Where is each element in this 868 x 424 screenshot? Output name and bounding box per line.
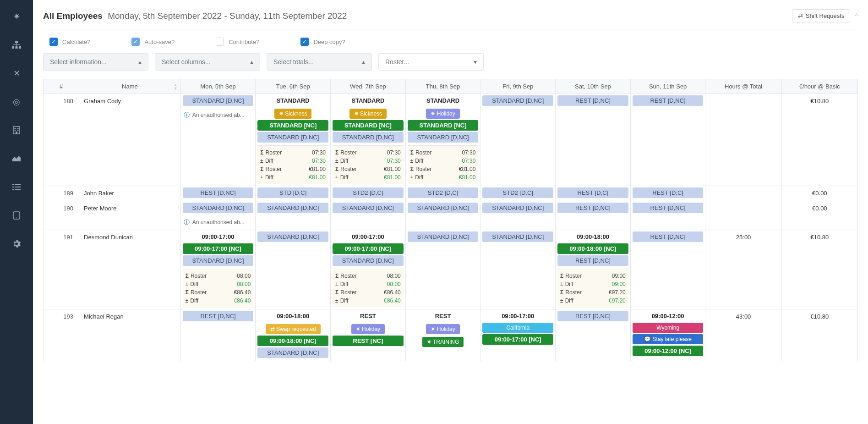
cell-tue[interactable]: STANDARD [D,NC] [256,201,331,230]
shift-pill: STANDARD [D,NC] [183,203,254,213]
cell-sat[interactable]: 09:00-18:00 09:00-18:00 [NC] REST [D,NC]… [556,230,631,309]
cell-sat[interactable]: REST [D,NC] [556,309,631,361]
shift-pill: REST [D,NC] [557,203,628,213]
cell-thu[interactable]: STANDARD [D,NC] [405,201,480,230]
col-fri[interactable]: Fri, 9th Sep [480,79,556,94]
col-wed[interactable]: Wed, 7th Sep [331,79,406,94]
cell-sun[interactable]: REST [D,NC] [630,230,705,309]
shift-pill: STANDARD [D,NC] [257,203,328,213]
org-tree-icon[interactable] [7,38,26,52]
totals: Σ Roster07:30 ± Diff07:30 Σ Roster€81.00… [408,145,479,184]
calculate-checkbox[interactable]: ✓ Calculate? [49,38,90,46]
svg-rect-0 [15,41,18,43]
target-icon[interactable]: ◎ [7,94,26,109]
cell-thu[interactable]: STANDARD [D,NC] [405,230,480,309]
cell-sun[interactable]: REST [D,NC] [630,201,705,230]
shift-pill: STD2 [D,C] [408,187,479,198]
cell-sat[interactable]: REST [D,C] [556,186,631,201]
col-tue[interactable]: Tue, 6th Sep [256,79,331,94]
shift-pill: STANDARD [D,NC] [482,231,553,242]
cell-fri[interactable]: 09:00-17:00 California 09:00-17:00 [NC] [480,309,556,361]
cell-fri[interactable]: STANDARD [D,NC] [480,94,556,186]
cell-sun[interactable]: REST [D,C] [630,186,705,201]
select-information[interactable]: Select information... ▴ [43,53,148,71]
row-name[interactable]: John Baker [79,186,181,201]
collapse-caret-icon[interactable]: ^ [855,12,858,20]
left-sidebar: ✷ ✕ ◎ [0,0,33,424]
cell-mon[interactable]: 09:00-17:00 09:00-17:00 [NC] STANDARD [D… [180,230,256,309]
col-rate[interactable]: €/hour @ Basic [781,79,857,94]
cell-tue[interactable]: 09:00-18:00 ⇄ Swap requested 09:00-18:00… [256,309,331,361]
select-columns[interactable]: Select columns... ▴ [155,53,260,71]
cell-fri[interactable]: STD2 [D,C] [480,186,556,201]
shift-pill: REST [D,NC] [557,95,628,106]
col-sun[interactable]: Sun, 11th Sep [630,79,705,94]
cell-thu[interactable]: STD2 [D,C] [405,186,480,201]
totals: Σ Roster08:00 ± Diff08:00 Σ Roster€86.40… [183,269,254,308]
cell-sun[interactable]: 09:00-12:00 Wyoming 💬 Stay late please 0… [630,309,705,361]
shift-pill: STANDARD [D,NC] [408,203,479,213]
svg-rect-6 [13,44,13,46]
row-num: 191 [44,230,79,309]
shift-sub: REST [D,NC] [557,255,628,266]
row-name[interactable]: Graham Cody [79,94,181,186]
cell-thu[interactable]: STANDARD ✷ Holiday STANDARD [NC] STANDAR… [405,94,480,186]
list-icon[interactable] [7,180,26,194]
row-name[interactable]: Desmond Dunican [79,230,181,309]
cell-fri[interactable]: STANDARD [D,NC] [480,201,556,230]
cell-mon[interactable]: REST [D,NC] [180,186,256,201]
cell-fri[interactable]: STANDARD [D,NC] [480,230,556,309]
cell-mon[interactable]: STANDARD [D,NC] ⓘ An unauthorised ab... [180,201,256,230]
deepcopy-checkbox[interactable]: ✓ Deep copy? [300,38,345,46]
shift-head: STANDARD [333,95,404,106]
cell-mon[interactable]: STANDARD [D,NC] ⓘ An unauthorised ab... [180,94,256,186]
col-mon[interactable]: Mon, 5th Sep [180,79,256,94]
col-name[interactable]: Name ▲▼ [79,79,181,94]
cell-sat[interactable]: REST [D,NC] [556,201,631,230]
info-icon: ⓘ [184,111,190,119]
settings-icon[interactable] [7,237,26,251]
cell-sat[interactable]: REST [D,NC] [556,94,631,186]
shift-green: STANDARD [NC] [257,120,328,131]
col-thu[interactable]: Thu, 8th Sep [405,79,480,94]
roster-table: # Name ▲▼ Mon, 5th Sep Tue, 6th Sep Wed,… [43,79,858,361]
cell-wed[interactable]: STANDARD [D,NC] [331,201,406,230]
shift-green: STANDARD [NC] [408,120,479,131]
totals: Σ Roster07:30 ± Diff07:30 Σ Roster€81.00… [333,145,404,184]
shift-green: 09:00-17:00 [NC] [183,243,254,254]
cell-mon[interactable]: REST [D,NC] [180,309,256,361]
col-hours[interactable]: Hours @ Total [705,79,781,94]
tablet-icon[interactable] [7,208,26,223]
row-name[interactable]: Peter Moore [79,201,181,230]
sort-arrows-icon: ▲▼ [174,83,178,90]
cell-wed[interactable]: REST ✷ Holiday REST [NC] [331,309,406,361]
gear-alt-icon[interactable]: ✷ [7,9,26,24]
contribute-checkbox[interactable]: Contribute? [216,38,259,46]
col-sat[interactable]: Sat, 10th Sep [556,79,631,94]
autosave-checkbox[interactable]: ✓ Auto-save? [131,38,175,46]
rate: €10.80 [781,230,857,309]
totals: Σ Roster09:00 ± Diff09:00 Σ Roster€97.20… [557,269,628,308]
row-name[interactable]: Michael Regan [79,309,181,361]
col-num[interactable]: # [44,79,79,94]
select-roster[interactable]: Roster... ▾ [378,53,484,71]
cell-tue[interactable]: STANDARD ✷ Sickness STANDARD [NC] STANDA… [256,94,331,186]
cell-wed[interactable]: 09:00-17:00 09:00-17:00 [NC] STANDARD [D… [331,230,406,309]
building-icon[interactable] [7,123,26,138]
cell-wed[interactable]: STANDARD ✷ Sickness STANDARD [NC] STANDA… [331,94,406,186]
cell-tue[interactable]: STD [D,C] [256,186,331,201]
cell-thu[interactable]: REST ✷ Holiday ✷ TRAINING [405,309,480,361]
deepcopy-label: Deep copy? [313,39,345,45]
holiday-badge: ✷ Holiday [351,324,385,334]
rate: €0.00 [781,186,857,201]
cell-wed[interactable]: STD2 [D,C] [331,186,406,201]
select-totals[interactable]: Select totals... ▴ [267,53,372,71]
shift-pill: STD2 [D,C] [482,187,553,198]
shift-sub: STANDARD [D,NC] [183,255,254,266]
cell-sun[interactable]: REST [D,NC] [630,94,705,186]
cell-tue[interactable]: STANDARD [D,NC] [256,230,331,309]
chart-area-icon[interactable] [7,151,26,166]
tools-icon[interactable]: ✕ [7,66,26,81]
shift-requests-button[interactable]: ⇄ Shift Requests [792,9,851,22]
triangle-up-icon: ▴ [138,58,142,66]
